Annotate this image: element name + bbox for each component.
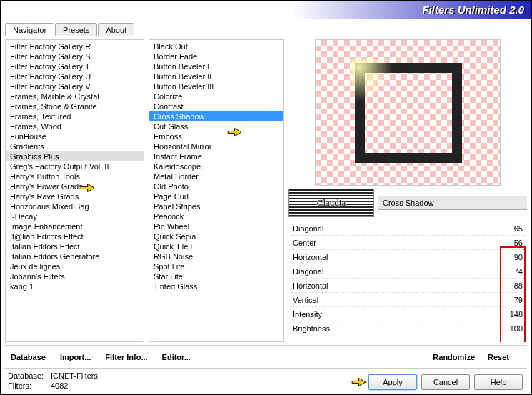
param-row[interactable]: Horizontal88 — [291, 279, 526, 293]
list-item[interactable]: Button Beveler II — [149, 71, 283, 81]
list-item[interactable]: Frames, Textured — [6, 111, 144, 121]
param-row[interactable]: Vertical79 — [291, 293, 526, 307]
param-label: Intensity — [293, 310, 322, 319]
param-value: 90 — [514, 253, 523, 261]
import-button[interactable]: Import... — [57, 351, 94, 363]
param-label: Diagonal — [293, 267, 323, 276]
reset-button[interactable]: Reset — [486, 352, 511, 362]
param-value: 56 — [514, 239, 523, 247]
list-item[interactable]: Button Beveler I — [149, 61, 283, 71]
list-item[interactable]: Graphics Plus — [6, 151, 144, 161]
database-button[interactable]: Database — [8, 351, 49, 363]
help-button[interactable]: Help — [474, 374, 523, 390]
list-item[interactable]: Horizonaus Mixed Bag — [6, 201, 144, 211]
list-item[interactable]: Filter Factory Gallery U — [6, 71, 144, 81]
status-db-value: ICNET-Filters — [51, 371, 98, 380]
list-item[interactable]: I-Decay — [6, 211, 144, 221]
list-item[interactable]: FunHouse — [6, 131, 144, 141]
param-row[interactable]: Center56 — [291, 236, 526, 250]
param-label: Center — [293, 239, 316, 247]
status-filters-label: Filters: — [8, 381, 46, 390]
param-row[interactable]: Diagonal65 — [291, 221, 526, 236]
param-row[interactable]: Brightness100 — [291, 321, 526, 336]
list-item[interactable]: It@lian Editors Effect — [6, 231, 144, 241]
list-item[interactable]: Image Enhancement — [6, 221, 144, 231]
list-item[interactable]: Page Curl — [149, 191, 283, 201]
list-item[interactable]: Johann's Filters — [6, 271, 144, 281]
param-value: 148 — [510, 310, 523, 319]
editor-button[interactable]: Editor... — [159, 351, 194, 363]
param-row[interactable]: Intensity148 — [291, 307, 526, 321]
category-listbox[interactable]: Filter Factory Gallery RFilter Factory G… — [6, 40, 144, 341]
list-item[interactable]: Quick Tile I — [149, 241, 283, 251]
list-item[interactable]: Frames, Wood — [6, 121, 144, 131]
filter-listbox[interactable]: Black OutBorder FadeButton Beveler IButt… — [149, 40, 283, 341]
list-item[interactable]: Jeux de lignes — [6, 261, 144, 271]
tab-navigator[interactable]: Navigator — [5, 23, 54, 36]
list-item[interactable]: Filter Factory Gallery R — [6, 41, 144, 51]
list-item[interactable]: Emboss — [149, 131, 283, 141]
filter-list-panel: Black OutBorder FadeButton Beveler IButt… — [149, 39, 284, 342]
list-item[interactable]: Colorize — [149, 91, 283, 101]
list-item[interactable]: Instant Frame — [149, 151, 283, 161]
tab-about[interactable]: About — [98, 23, 134, 36]
list-item[interactable]: Black Out — [149, 41, 283, 51]
tab-presets[interactable]: Presets — [55, 23, 97, 36]
app-title: Filters Unlimited 2.0 — [422, 4, 524, 16]
status-filters-value: 4082 — [51, 381, 68, 390]
list-item[interactable]: Spot Lite — [149, 261, 283, 271]
list-item[interactable]: Star Lite — [149, 271, 283, 281]
list-item[interactable]: Greg's Factory Output Vol. II — [6, 161, 144, 171]
cancel-button[interactable]: Cancel — [421, 374, 470, 390]
param-value: 74 — [514, 267, 523, 276]
list-item[interactable]: Old Photo — [149, 181, 283, 191]
list-item[interactable]: kang 1 — [6, 281, 144, 291]
list-item[interactable]: Frames, Stone & Granite — [6, 101, 144, 111]
title-bar: Filters Unlimited 2.0 — [1, 1, 531, 19]
param-value: 79 — [514, 296, 523, 304]
param-label: Horizontal — [293, 281, 328, 290]
list-item[interactable]: Harry's Button Tools — [6, 171, 144, 181]
list-item[interactable]: Horizontal Mirror — [149, 141, 283, 151]
parameter-panel: Diagonal65Center56Horizontal90Diagonal74… — [288, 221, 527, 342]
list-item[interactable]: Italian Editors Generatore — [6, 251, 144, 261]
list-item[interactable]: Tinted Glass — [149, 281, 283, 291]
list-item[interactable]: Frames, Marble & Crystal — [6, 91, 144, 101]
param-value: 88 — [514, 281, 523, 290]
list-item[interactable]: Peacock — [149, 211, 283, 221]
tab-bar: Navigator Presets About — [1, 19, 531, 36]
list-item[interactable]: Pin Wheel — [149, 221, 283, 231]
param-label: Diagonal — [293, 224, 323, 233]
list-item[interactable]: Border Fade — [149, 51, 283, 61]
param-value: 100 — [510, 324, 523, 333]
list-item[interactable]: Button Beveler III — [149, 81, 283, 91]
list-item[interactable]: RGB Noise — [149, 251, 283, 261]
list-item[interactable]: Harry's Rave Grads — [6, 191, 144, 201]
list-item[interactable]: Filter Factory Gallery T — [6, 61, 144, 71]
list-item[interactable]: Panel Stripes — [149, 201, 283, 211]
status-db-label: Database: — [8, 371, 46, 380]
param-row[interactable]: Diagonal74 — [291, 264, 526, 279]
list-item[interactable]: Quick Sepia — [149, 231, 283, 241]
watermark-badge: Claudia — [288, 189, 374, 217]
param-label: Horizontal — [293, 253, 328, 261]
randomize-button[interactable]: Randomize — [431, 352, 477, 362]
list-item[interactable]: Kaleidoscope — [149, 161, 283, 171]
pointer-icon — [348, 374, 367, 390]
list-item[interactable]: Metal Border — [149, 171, 283, 181]
list-item[interactable]: Harry's Power Grads — [6, 181, 144, 191]
list-item[interactable]: Contrast — [149, 101, 283, 111]
list-item[interactable]: Cross Shadow — [149, 111, 283, 121]
status-bar: Database: ICNET-Filters Filters: 4082 Ap… — [5, 368, 527, 394]
list-item[interactable]: Filter Factory Gallery S — [6, 51, 144, 61]
param-row[interactable]: Horizontal90 — [291, 250, 526, 264]
param-label: Vertical — [293, 296, 318, 304]
list-item[interactable]: Filter Factory Gallery V — [6, 81, 144, 91]
list-item[interactable]: Gradients — [6, 141, 144, 151]
apply-button[interactable]: Apply — [368, 374, 417, 390]
filter-info-button[interactable]: Filter Info... — [102, 351, 150, 363]
toolbar: Database Import... Filter Info... Editor… — [5, 345, 527, 365]
list-item[interactable]: Italian Editors Effect — [6, 241, 144, 251]
list-item[interactable]: Cut Glass — [149, 121, 283, 131]
param-value: 65 — [514, 224, 523, 233]
